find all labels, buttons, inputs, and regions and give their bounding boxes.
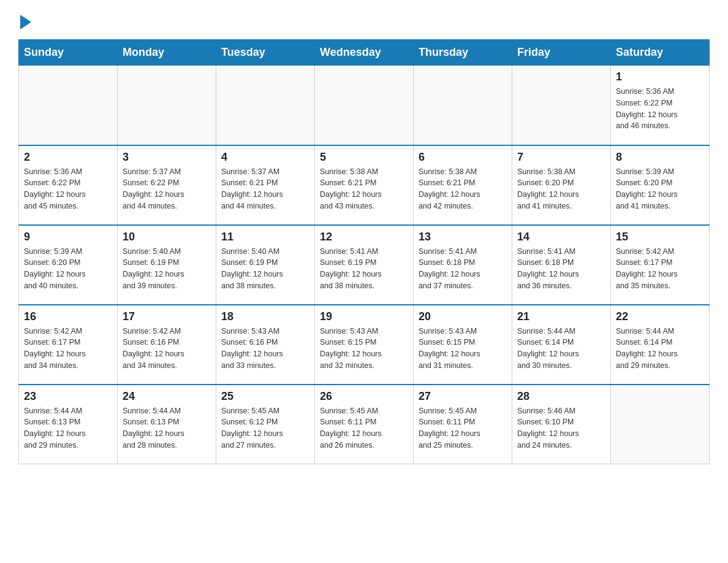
calendar-cell: 24Sunrise: 5:44 AM Sunset: 6:13 PM Dayli… [118, 385, 216, 464]
weekday-header-row: SundayMondayTuesdayWednesdayThursdayFrid… [19, 40, 710, 66]
day-info: Sunrise: 5:44 AM Sunset: 6:13 PM Dayligh… [24, 405, 112, 451]
day-info: Sunrise: 5:40 AM Sunset: 6:19 PM Dayligh… [123, 246, 211, 292]
day-number: 7 [517, 151, 605, 164]
calendar-cell: 18Sunrise: 5:43 AM Sunset: 6:16 PM Dayli… [216, 305, 315, 385]
calendar-week-row: 9Sunrise: 5:39 AM Sunset: 6:20 PM Daylig… [19, 225, 710, 305]
day-info: Sunrise: 5:40 AM Sunset: 6:19 PM Dayligh… [221, 246, 309, 292]
day-number: 13 [419, 231, 507, 243]
logo-arrow-icon [20, 15, 31, 29]
calendar-cell: 27Sunrise: 5:45 AM Sunset: 6:11 PM Dayli… [414, 385, 512, 464]
calendar-cell: 4Sunrise: 5:37 AM Sunset: 6:21 PM Daylig… [216, 145, 315, 225]
calendar-cell: 20Sunrise: 5:43 AM Sunset: 6:15 PM Dayli… [414, 305, 512, 385]
calendar-cell: 10Sunrise: 5:40 AM Sunset: 6:19 PM Dayli… [118, 225, 216, 305]
day-number: 15 [616, 231, 704, 243]
page-header [18, 12, 710, 27]
calendar-cell: 22Sunrise: 5:44 AM Sunset: 6:14 PM Dayli… [611, 305, 710, 385]
day-info: Sunrise: 5:45 AM Sunset: 6:11 PM Dayligh… [419, 405, 507, 451]
calendar-cell [611, 385, 710, 464]
day-info: Sunrise: 5:43 AM Sunset: 6:15 PM Dayligh… [320, 326, 408, 372]
calendar-cell: 13Sunrise: 5:41 AM Sunset: 6:18 PM Dayli… [414, 225, 512, 305]
weekday-header-saturday: Saturday [611, 40, 710, 66]
day-number: 27 [419, 390, 507, 403]
day-info: Sunrise: 5:43 AM Sunset: 6:16 PM Dayligh… [221, 326, 309, 372]
day-number: 22 [616, 310, 704, 323]
weekday-header-tuesday: Tuesday [216, 40, 315, 66]
day-info: Sunrise: 5:45 AM Sunset: 6:11 PM Dayligh… [320, 405, 408, 451]
day-number: 16 [24, 310, 112, 323]
day-info: Sunrise: 5:45 AM Sunset: 6:12 PM Dayligh… [221, 405, 309, 451]
calendar-week-row: 16Sunrise: 5:42 AM Sunset: 6:17 PM Dayli… [19, 305, 710, 385]
day-number: 11 [221, 231, 309, 243]
calendar-cell: 26Sunrise: 5:45 AM Sunset: 6:11 PM Dayli… [315, 385, 414, 464]
calendar-cell: 2Sunrise: 5:36 AM Sunset: 6:22 PM Daylig… [19, 145, 118, 225]
day-number: 18 [221, 310, 309, 323]
calendar-cell: 17Sunrise: 5:42 AM Sunset: 6:16 PM Dayli… [118, 305, 216, 385]
logo [18, 12, 31, 27]
calendar-cell [118, 66, 216, 145]
day-number: 19 [320, 310, 408, 323]
calendar-week-row: 2Sunrise: 5:36 AM Sunset: 6:22 PM Daylig… [19, 145, 710, 225]
day-info: Sunrise: 5:44 AM Sunset: 6:13 PM Dayligh… [123, 405, 211, 451]
calendar-week-row: 1Sunrise: 5:36 AM Sunset: 6:22 PM Daylig… [19, 66, 710, 145]
day-number: 6 [419, 151, 507, 164]
day-number: 9 [24, 231, 112, 243]
calendar-cell [414, 66, 512, 145]
day-number: 23 [24, 390, 112, 403]
day-info: Sunrise: 5:37 AM Sunset: 6:22 PM Dayligh… [123, 166, 211, 212]
calendar-week-row: 23Sunrise: 5:44 AM Sunset: 6:13 PM Dayli… [19, 385, 710, 464]
calendar-cell: 28Sunrise: 5:46 AM Sunset: 6:10 PM Dayli… [512, 385, 611, 464]
day-info: Sunrise: 5:42 AM Sunset: 6:17 PM Dayligh… [24, 326, 112, 372]
day-number: 2 [24, 151, 112, 164]
day-number: 4 [221, 151, 309, 164]
day-number: 8 [616, 151, 704, 164]
day-number: 10 [123, 231, 211, 243]
day-info: Sunrise: 5:42 AM Sunset: 6:16 PM Dayligh… [123, 326, 211, 372]
day-info: Sunrise: 5:36 AM Sunset: 6:22 PM Dayligh… [616, 86, 704, 132]
calendar-cell [19, 66, 118, 145]
calendar-cell: 14Sunrise: 5:41 AM Sunset: 6:18 PM Dayli… [512, 225, 611, 305]
calendar-cell [315, 66, 414, 145]
day-info: Sunrise: 5:36 AM Sunset: 6:22 PM Dayligh… [24, 166, 112, 212]
calendar-cell [216, 66, 315, 145]
day-number: 24 [123, 390, 211, 403]
day-number: 26 [320, 390, 408, 403]
day-number: 21 [517, 310, 605, 323]
calendar-cell: 6Sunrise: 5:38 AM Sunset: 6:21 PM Daylig… [414, 145, 512, 225]
calendar-cell: 8Sunrise: 5:39 AM Sunset: 6:20 PM Daylig… [611, 145, 710, 225]
day-info: Sunrise: 5:42 AM Sunset: 6:17 PM Dayligh… [616, 246, 704, 292]
day-number: 3 [123, 151, 211, 164]
day-info: Sunrise: 5:37 AM Sunset: 6:21 PM Dayligh… [221, 166, 309, 212]
day-info: Sunrise: 5:41 AM Sunset: 6:18 PM Dayligh… [517, 246, 605, 292]
day-info: Sunrise: 5:38 AM Sunset: 6:21 PM Dayligh… [419, 166, 507, 212]
day-info: Sunrise: 5:38 AM Sunset: 6:20 PM Dayligh… [517, 166, 605, 212]
day-number: 17 [123, 310, 211, 323]
day-number: 5 [320, 151, 408, 164]
day-number: 25 [221, 390, 309, 403]
calendar-cell: 23Sunrise: 5:44 AM Sunset: 6:13 PM Dayli… [19, 385, 118, 464]
calendar-cell: 21Sunrise: 5:44 AM Sunset: 6:14 PM Dayli… [512, 305, 611, 385]
day-info: Sunrise: 5:39 AM Sunset: 6:20 PM Dayligh… [616, 166, 704, 212]
calendar-cell [512, 66, 611, 145]
calendar-cell: 1Sunrise: 5:36 AM Sunset: 6:22 PM Daylig… [611, 66, 710, 145]
calendar-cell: 16Sunrise: 5:42 AM Sunset: 6:17 PM Dayli… [19, 305, 118, 385]
weekday-header-sunday: Sunday [19, 40, 118, 66]
calendar-cell: 25Sunrise: 5:45 AM Sunset: 6:12 PM Dayli… [216, 385, 315, 464]
day-number: 20 [419, 310, 507, 323]
day-number: 12 [320, 231, 408, 243]
day-number: 14 [517, 231, 605, 243]
weekday-header-wednesday: Wednesday [315, 40, 414, 66]
calendar-table: SundayMondayTuesdayWednesdayThursdayFrid… [18, 39, 710, 464]
day-info: Sunrise: 5:44 AM Sunset: 6:14 PM Dayligh… [616, 326, 704, 372]
day-info: Sunrise: 5:43 AM Sunset: 6:15 PM Dayligh… [419, 326, 507, 372]
weekday-header-thursday: Thursday [414, 40, 512, 66]
weekday-header-friday: Friday [512, 40, 611, 66]
day-number: 28 [517, 390, 605, 403]
day-number: 1 [616, 71, 704, 83]
calendar-cell: 19Sunrise: 5:43 AM Sunset: 6:15 PM Dayli… [315, 305, 414, 385]
calendar-cell: 11Sunrise: 5:40 AM Sunset: 6:19 PM Dayli… [216, 225, 315, 305]
weekday-header-monday: Monday [118, 40, 216, 66]
calendar-cell: 15Sunrise: 5:42 AM Sunset: 6:17 PM Dayli… [611, 225, 710, 305]
calendar-cell: 12Sunrise: 5:41 AM Sunset: 6:19 PM Dayli… [315, 225, 414, 305]
day-info: Sunrise: 5:39 AM Sunset: 6:20 PM Dayligh… [24, 246, 112, 292]
day-info: Sunrise: 5:44 AM Sunset: 6:14 PM Dayligh… [517, 326, 605, 372]
